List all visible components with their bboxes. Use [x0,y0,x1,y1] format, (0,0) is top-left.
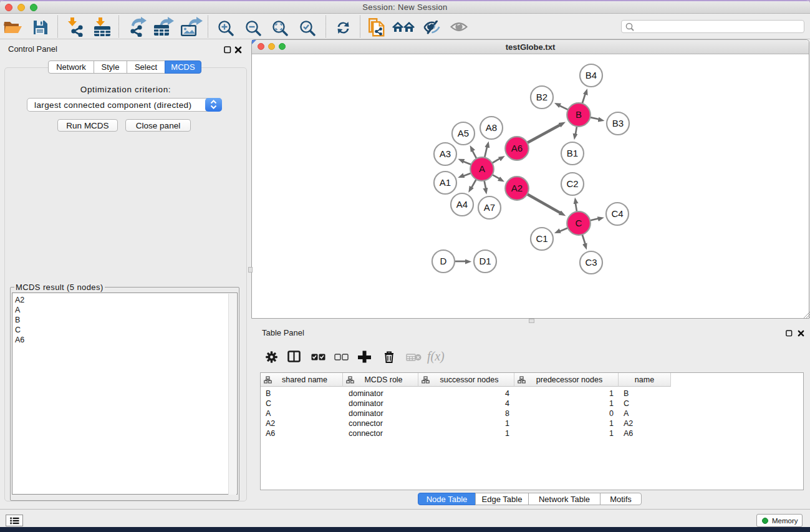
svg-text:A1: A1 [440,177,451,188]
svg-text:A3: A3 [440,148,451,159]
svg-text:A8: A8 [486,122,497,133]
svg-text:B2: B2 [536,92,547,102]
svg-text:B3: B3 [612,118,624,128]
svg-text:A2: A2 [511,183,523,193]
svg-text:B: B [576,109,582,120]
svg-text:C3: C3 [585,257,597,268]
svg-text:B4: B4 [586,70,597,80]
svg-text:C1: C1 [536,233,547,244]
svg-text:A6: A6 [511,143,523,153]
svg-text:D: D [440,256,447,266]
svg-text:B1: B1 [567,148,578,158]
svg-text:D1: D1 [479,256,491,266]
svg-text:A5: A5 [458,128,469,138]
svg-text:C: C [576,218,582,228]
svg-text:A4: A4 [456,199,468,210]
svg-text:A7: A7 [484,202,495,213]
svg-text:C2: C2 [566,178,578,189]
svg-text:A: A [479,163,485,174]
svg-text:C4: C4 [611,208,623,219]
